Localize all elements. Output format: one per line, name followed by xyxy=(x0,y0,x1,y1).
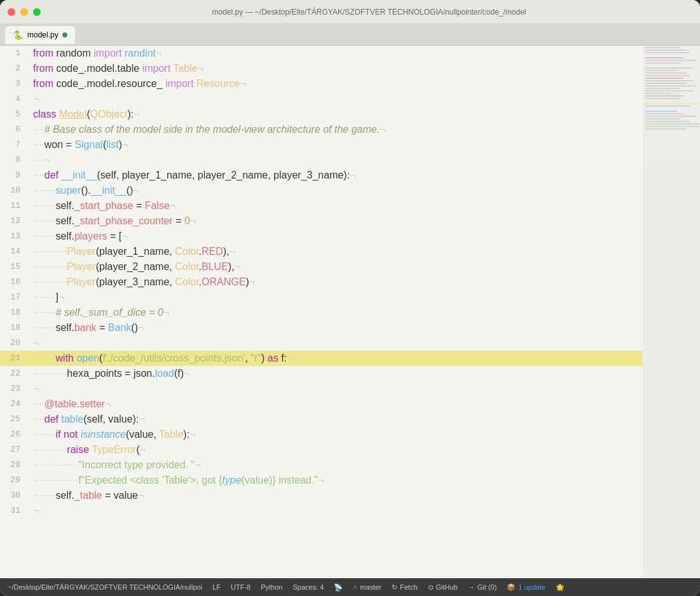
svg-rect-28 xyxy=(645,126,699,127)
status-git[interactable]: → Git (0) xyxy=(468,583,497,591)
branch-name: master xyxy=(360,583,381,591)
table-row: 15············Player(player_2_name, Colo… xyxy=(0,259,643,274)
table-row: 23¬ xyxy=(0,381,643,396)
svg-rect-20 xyxy=(645,103,699,104)
status-update[interactable]: 📦 1 update xyxy=(507,583,546,592)
code-editor[interactable]: 1from random import randint¬2from code_.… xyxy=(0,46,643,578)
line-content: ········# self._sum_of_dice = 0¬ xyxy=(31,307,643,318)
line-content: ¬ xyxy=(31,337,643,349)
table-row: 25····def table(self, value):¬ xyxy=(0,412,643,427)
title-bar: model.py — ~/Desktop/Elte/TÁRGYAK/SZOFTV… xyxy=(0,0,700,24)
table-row: 29················f"Expected <class 'Tab… xyxy=(0,473,643,488)
maximize-button[interactable] xyxy=(33,8,41,16)
svg-rect-18 xyxy=(645,95,683,97)
svg-rect-10 xyxy=(645,75,690,76)
svg-rect-21 xyxy=(645,105,690,107)
line-number: 4 xyxy=(0,91,31,107)
line-content: ············Player(player_3_name, Color.… xyxy=(31,276,643,288)
svg-rect-3 xyxy=(645,52,690,53)
window-title: model.py — ~/Desktop/Elte/TÁRGYAK/SZOFTV… xyxy=(46,8,692,17)
line-number: 21 xyxy=(0,351,31,366)
table-row: 5class Model(QObject):¬ xyxy=(0,107,643,122)
table-row: 8····¬ xyxy=(0,152,643,168)
table-row: 31¬ xyxy=(0,503,643,518)
line-number: 2 xyxy=(0,61,31,76)
status-fetch[interactable]: ↻ Fetch xyxy=(392,583,418,592)
svg-rect-15 xyxy=(645,88,680,89)
table-row: 13········self.players = [¬ xyxy=(0,229,643,244)
line-number: 12 xyxy=(0,213,31,229)
line-number: 17 xyxy=(0,290,31,305)
svg-rect-1 xyxy=(645,47,680,48)
line-content: ········self._table = value¬ xyxy=(31,490,643,501)
line-content: ········with open(f'./code_/utils/cross_… xyxy=(31,353,643,364)
table-row: 19········self.bank = Bank()¬ xyxy=(0,320,643,335)
table-row: 3from code_.model.resource_ import Resou… xyxy=(0,76,643,91)
svg-rect-13 xyxy=(645,83,687,84)
svg-rect-9 xyxy=(645,72,687,74)
table-row: 28················"Incorrect type provid… xyxy=(0,457,643,473)
table-row: 17········]¬ xyxy=(0,290,643,305)
line-content: ····@table.setter¬ xyxy=(31,398,643,410)
table-row: 9····def __init__(self, player_1_name, p… xyxy=(0,168,643,183)
line-content: ············raise TypeError(¬ xyxy=(31,444,643,456)
line-number: 10 xyxy=(0,183,31,198)
branch-icon: ⑃ xyxy=(353,583,357,591)
svg-rect-27 xyxy=(645,123,699,125)
status-bar: ~/Desktop/Elte/TÁRGYAK/SZOFTVER TECHNOLO… xyxy=(0,578,700,596)
table-row: 21········with open(f'./code_/utils/cros… xyxy=(0,351,643,366)
line-number: 1 xyxy=(0,46,31,61)
tab-model-py[interactable]: 🐍 model.py xyxy=(5,26,75,44)
status-github[interactable]: ⊙ GitHub xyxy=(428,583,458,592)
line-content: from code_.model.resource_ import Resour… xyxy=(31,78,643,90)
svg-rect-7 xyxy=(645,67,693,69)
line-content: ············hexa_points = json.load(f)¬ xyxy=(31,368,643,379)
line-number: 14 xyxy=(0,244,31,259)
close-button[interactable] xyxy=(8,8,15,16)
svg-rect-4 xyxy=(645,57,683,58)
line-number: 25 xyxy=(0,412,31,427)
line-content: ····¬ xyxy=(31,154,643,166)
line-content: ¬ xyxy=(31,505,643,517)
line-content: ········self._start_phase = False¬ xyxy=(31,200,643,212)
svg-rect-14 xyxy=(645,85,696,86)
status-star[interactable]: 🌟 xyxy=(556,583,565,592)
line-number: 19 xyxy=(0,320,31,335)
line-number: 9 xyxy=(0,168,31,183)
line-content: ········]¬ xyxy=(31,292,643,303)
line-content: ····def __init__(self, player_1_name, pl… xyxy=(31,170,643,181)
line-number: 16 xyxy=(0,274,31,290)
svg-rect-11 xyxy=(645,78,683,79)
line-content: ················f"Expected <class 'Table… xyxy=(31,475,643,486)
table-row: 26········if not isinstance(value, Table… xyxy=(0,427,643,442)
app-window: model.py — ~/Desktop/Elte/TÁRGYAK/SZOFTV… xyxy=(0,0,700,596)
minimize-button[interactable] xyxy=(20,8,28,16)
line-number: 27 xyxy=(0,442,31,457)
tab-label: model.py xyxy=(27,30,58,39)
svg-rect-5 xyxy=(645,60,696,61)
code-lines: 1from random import randint¬2from code_.… xyxy=(0,46,643,518)
unsaved-indicator xyxy=(62,32,67,37)
table-row: 12········self._start_phase_counter = 0¬ xyxy=(0,213,643,229)
line-number: 31 xyxy=(0,503,31,518)
python-icon: 🐍 xyxy=(13,30,24,40)
status-charset[interactable]: UTF-8 xyxy=(231,583,250,591)
line-content: ············Player(player_2_name, Color.… xyxy=(31,261,643,273)
svg-rect-2 xyxy=(645,50,687,51)
table-row: 4¬ xyxy=(0,91,643,107)
line-content: ········self._start_phase_counter = 0¬ xyxy=(31,215,643,227)
status-branch[interactable]: ⑃ master xyxy=(353,583,381,591)
table-row: 27············raise TypeError(¬ xyxy=(0,442,643,457)
line-content: ········if not isinstance(value, Table):… xyxy=(31,429,643,440)
status-spaces[interactable]: Spaces: 4 xyxy=(292,583,324,591)
status-encoding[interactable]: LF xyxy=(212,583,221,591)
fetch-label: Fetch xyxy=(400,583,418,591)
status-language[interactable]: Python xyxy=(261,583,282,591)
line-content: ········self.players = [¬ xyxy=(31,231,643,242)
line-content: ····# Base class of the model side in th… xyxy=(31,124,643,135)
line-number: 30 xyxy=(0,488,31,503)
minimap xyxy=(643,46,700,578)
line-number: 8 xyxy=(0,152,31,168)
fetch-icon: ↻ xyxy=(392,583,397,592)
status-path[interactable]: ~/Desktop/Elte/TÁRGYAK/SZOFTVER TECHNOLO… xyxy=(8,583,202,591)
